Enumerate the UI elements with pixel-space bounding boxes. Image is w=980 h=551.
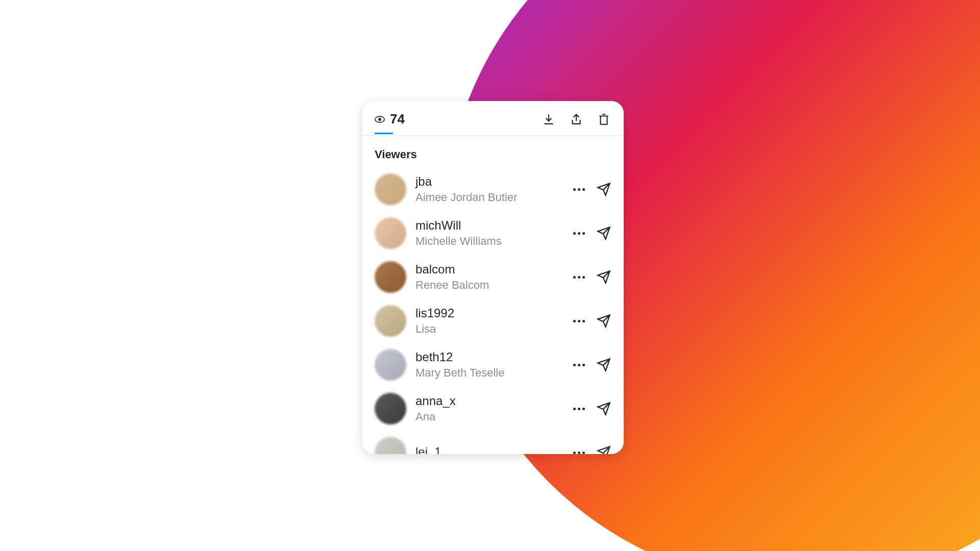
viewer-row[interactable]: lei_1 [362, 431, 624, 454]
viewer-row[interactable]: lis1992 Lisa [362, 299, 624, 343]
avatar[interactable] [375, 261, 406, 293]
header-actions [541, 112, 611, 127]
row-actions [572, 313, 611, 329]
active-tab-indicator [375, 133, 393, 134]
send-icon[interactable] [596, 313, 611, 329]
row-actions [572, 269, 611, 285]
fullname: Ana [415, 410, 562, 424]
avatar[interactable] [375, 437, 406, 454]
viewer-row[interactable]: jba Aimee Jordan Butier [362, 167, 624, 211]
viewer-info: anna_x Ana [415, 393, 562, 424]
viewer-info: beth12 Mary Beth Teselle [415, 349, 562, 381]
more-icon[interactable] [572, 182, 586, 196]
username: lis1992 [415, 305, 562, 321]
fullname: Michelle Williams [415, 234, 562, 249]
view-count: 74 [375, 111, 405, 127]
more-icon[interactable] [572, 226, 586, 240]
more-icon[interactable] [572, 314, 586, 328]
username: balcom [415, 261, 562, 277]
avatar[interactable] [375, 217, 406, 249]
more-icon[interactable] [572, 445, 586, 454]
send-icon[interactable] [596, 357, 611, 372]
row-actions [572, 445, 611, 454]
more-icon[interactable] [572, 270, 586, 284]
fullname: Mary Beth Teselle [415, 366, 562, 381]
panel-header: 74 [362, 101, 624, 136]
viewer-row[interactable]: balcom Renee Balcom [362, 255, 624, 299]
share-icon[interactable] [569, 112, 584, 127]
avatar[interactable] [375, 305, 406, 337]
username: beth12 [415, 349, 562, 365]
username: michWill [415, 217, 562, 233]
send-icon[interactable] [596, 182, 611, 197]
row-actions [572, 182, 611, 197]
viewer-info: jba Aimee Jordan Butier [415, 173, 562, 205]
send-icon[interactable] [596, 226, 611, 241]
view-count-number: 74 [390, 111, 405, 127]
send-icon[interactable] [596, 269, 611, 285]
username: anna_x [415, 393, 562, 409]
viewer-info: lei_1 [415, 444, 562, 454]
viewer-info: lis1992 Lisa [415, 305, 562, 337]
more-icon[interactable] [572, 402, 586, 416]
row-actions [572, 226, 611, 241]
send-icon[interactable] [596, 445, 611, 454]
avatar[interactable] [375, 173, 406, 205]
username: jba [415, 173, 562, 189]
avatar[interactable] [375, 349, 406, 381]
svg-point-1 [378, 118, 381, 121]
viewer-list[interactable]: jba Aimee Jordan Butier michWill Michell… [362, 167, 624, 454]
section-title: Viewers [362, 136, 624, 167]
avatar[interactable] [375, 393, 406, 424]
download-icon[interactable] [541, 112, 556, 127]
viewer-info: michWill Michelle Williams [415, 217, 562, 249]
fullname: Aimee Jordan Butier [415, 190, 562, 205]
fullname: Lisa [415, 322, 562, 337]
eye-icon [375, 116, 385, 123]
username: lei_1 [415, 444, 562, 454]
viewers-panel: 74 Viewers [362, 101, 624, 454]
trash-icon[interactable] [596, 112, 611, 127]
more-icon[interactable] [572, 358, 586, 372]
fullname: Renee Balcom [415, 278, 562, 293]
row-actions [572, 357, 611, 372]
send-icon[interactable] [596, 401, 611, 416]
viewer-row[interactable]: anna_x Ana [362, 387, 624, 431]
viewer-row[interactable]: michWill Michelle Williams [362, 211, 624, 255]
row-actions [572, 401, 611, 416]
viewer-info: balcom Renee Balcom [415, 261, 562, 293]
viewer-row[interactable]: beth12 Mary Beth Teselle [362, 343, 624, 387]
